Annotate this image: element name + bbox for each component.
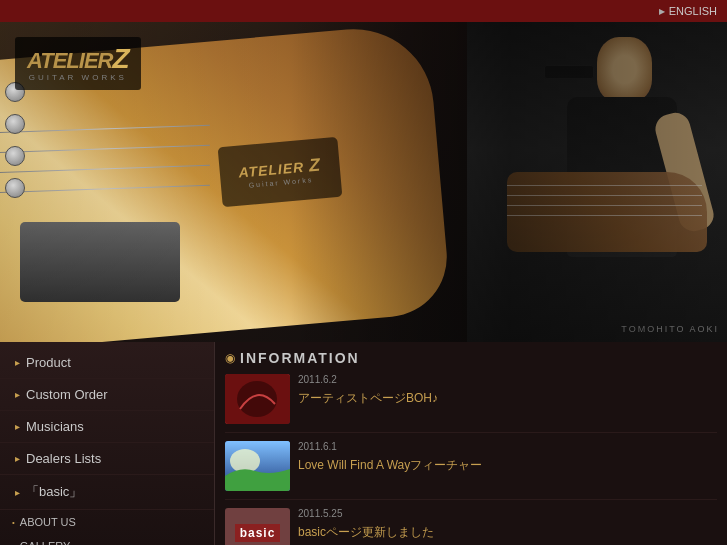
news-title-2[interactable]: Love Will Find A Wayフィーチャー bbox=[298, 458, 482, 472]
nav-label-dealers: Dealers Lists bbox=[26, 451, 101, 466]
guitar-bridge bbox=[20, 222, 180, 302]
musician-photo: TOMOHITO AOKI bbox=[467, 22, 727, 342]
news-item-2: 2011.6.1 Love Will Find A Wayフィーチャー bbox=[225, 441, 717, 500]
content-area: ▸ Product ▸ Custom Order ▸ Musicians ▸ D… bbox=[0, 342, 727, 545]
news-thumb-3: basic bbox=[225, 508, 290, 545]
bass-strings-held bbox=[507, 180, 707, 240]
guitar-works-text: GUITAR WORKS bbox=[27, 73, 129, 82]
guitar-string-1 bbox=[0, 125, 210, 133]
nav-label-gallery: GALLERY bbox=[20, 540, 71, 545]
guitar-string-2 bbox=[0, 145, 210, 153]
sidebar: ▸ Product ▸ Custom Order ▸ Musicians ▸ D… bbox=[0, 342, 215, 545]
info-title: INFORMATION bbox=[240, 350, 360, 366]
tuning-pegs bbox=[5, 82, 25, 198]
news-thumb-2 bbox=[225, 441, 290, 491]
english-label: ENGLISH bbox=[669, 5, 717, 17]
peg-2 bbox=[5, 114, 25, 134]
nav-label-about: ABOUT US bbox=[20, 516, 76, 528]
nav-label-custom: Custom Order bbox=[26, 387, 108, 402]
peg-3 bbox=[5, 146, 25, 166]
sidebar-item-gallery[interactable]: • GALLERY bbox=[0, 534, 214, 545]
nav-bullet-dealers: ▸ bbox=[15, 453, 20, 464]
sidebar-item-custom-order[interactable]: ▸ Custom Order bbox=[0, 379, 214, 411]
hero-section: ATELIER Z Guitar Works ATELIERZ GUITAR W… bbox=[0, 22, 727, 342]
news-title-1[interactable]: アーティストページBOH♪ bbox=[298, 391, 438, 405]
z-letter: Z bbox=[112, 43, 128, 74]
bass-string-3 bbox=[507, 205, 702, 206]
nav-bullet-basic: ▸ bbox=[15, 487, 20, 498]
news-date-2: 2011.6.1 bbox=[298, 441, 717, 452]
news-date-3: 2011.5.25 bbox=[298, 508, 717, 519]
nav-bullet-custom: ▸ bbox=[15, 389, 20, 400]
nav-label-musicians: Musicians bbox=[26, 419, 84, 434]
nav-bullet-gallery: • bbox=[12, 542, 15, 546]
bass-string-2 bbox=[507, 195, 702, 196]
top-bar: ENGLISH bbox=[0, 0, 727, 22]
info-header: ◉ INFORMATION bbox=[225, 350, 717, 366]
news-content-2: 2011.6.1 Love Will Find A Wayフィーチャー bbox=[298, 441, 717, 474]
bass-string-1 bbox=[507, 185, 702, 186]
nav-bullet-product: ▸ bbox=[15, 357, 20, 368]
figure-head bbox=[597, 37, 652, 102]
news-thumb-img-1 bbox=[225, 374, 290, 424]
guitar-string-3 bbox=[0, 165, 210, 173]
hero-logo: ATELIERZ GUITAR WORKS bbox=[15, 37, 141, 90]
nav-label-basic: 「basic」 bbox=[26, 483, 82, 501]
info-bullet-icon: ◉ bbox=[225, 351, 235, 365]
hero-logo-text: ATELIERZ bbox=[27, 45, 129, 73]
nav-label-product: Product bbox=[26, 355, 71, 370]
news-content-1: 2011.6.2 アーティストページBOH♪ bbox=[298, 374, 717, 407]
sidebar-item-dealers[interactable]: ▸ Dealers Lists bbox=[0, 443, 214, 475]
news-item-3: basic 2011.5.25 basicページ更新しました bbox=[225, 508, 717, 545]
atelier-text: ATELIER bbox=[27, 48, 112, 73]
figure-glasses bbox=[544, 65, 594, 79]
peg-4 bbox=[5, 178, 25, 198]
sidebar-item-product[interactable]: ▸ Product bbox=[0, 347, 214, 379]
news-thumb-1 bbox=[225, 374, 290, 424]
info-panel[interactable]: ◉ INFORMATION 2011.6.2 アーティストページBOH♪ bbox=[215, 342, 727, 545]
basic-logo-thumb: basic bbox=[235, 524, 281, 542]
sidebar-item-basic[interactable]: ▸ 「basic」 bbox=[0, 475, 214, 510]
sidebar-item-about[interactable]: • ABOUT US bbox=[0, 510, 214, 534]
nav-bullet-about: • bbox=[12, 518, 15, 527]
guitar-string-4 bbox=[0, 185, 210, 193]
news-thumb-img-2 bbox=[225, 441, 290, 491]
news-content-3: 2011.5.25 basicページ更新しました bbox=[298, 508, 717, 541]
nav-bullet-musicians: ▸ bbox=[15, 421, 20, 432]
musician-name: TOMOHITO AOKI bbox=[621, 324, 719, 334]
sidebar-item-musicians[interactable]: ▸ Musicians bbox=[0, 411, 214, 443]
english-link[interactable]: ENGLISH bbox=[659, 5, 717, 17]
news-item-1: 2011.6.2 アーティストページBOH♪ bbox=[225, 374, 717, 433]
bass-string-4 bbox=[507, 215, 702, 216]
news-title-3[interactable]: basicページ更新しました bbox=[298, 525, 434, 539]
figure-silhouette bbox=[477, 32, 707, 322]
news-date-1: 2011.6.2 bbox=[298, 374, 717, 385]
guitar-body-logo: ATELIER Z Guitar Works bbox=[218, 137, 343, 207]
